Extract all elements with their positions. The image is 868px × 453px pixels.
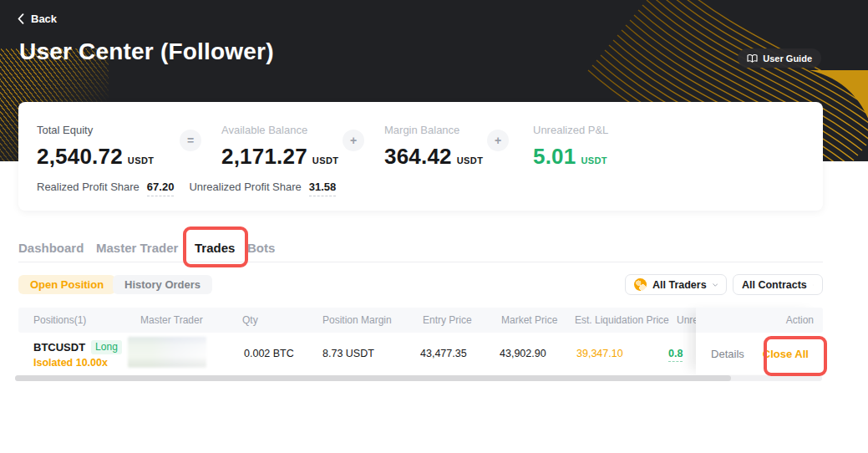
subtab-open-position[interactable]: Open Position	[18, 275, 115, 294]
header-master-trader: Master Trader	[140, 308, 203, 333]
back-chevron-icon	[18, 13, 24, 24]
tab-bots[interactable]: Bots	[247, 240, 275, 257]
back-label: Back	[31, 13, 57, 25]
back-button[interactable]: Back	[18, 13, 57, 25]
share-label: Unrealized Profit Share	[189, 181, 301, 193]
page: Back User Center (Follower) User Guide T…	[0, 0, 868, 453]
stat-label: Total Equity	[37, 124, 154, 136]
chevron-down-icon	[713, 282, 718, 288]
unrealized-profit-share: Unrealized Profit Share 31.58	[189, 181, 336, 196]
equity-summary-card: Total Equity 2,540.72USDT = Available Ba…	[18, 102, 823, 211]
action-header: Action	[696, 308, 823, 333]
book-icon	[747, 53, 758, 64]
stat-value: 2,171.27	[221, 144, 307, 169]
share-value: 67.20	[147, 181, 175, 196]
chevron-down-icon	[813, 282, 814, 288]
dropdown-label: All Contracts	[742, 279, 807, 291]
dropdown-label: All Traders	[652, 279, 707, 291]
stat-label: Available Balance	[221, 124, 338, 136]
tab-master-trader[interactable]: Master Trader	[96, 240, 178, 257]
close-all-button[interactable]: Close All	[763, 348, 809, 360]
stat-unrealized-pnl: Unrealized P&L 5.01USDT	[533, 124, 608, 170]
all-traders-dropdown[interactable]: All Traders	[625, 274, 727, 295]
position-margin-value: 8.73 USDT	[322, 348, 374, 359]
tab-dashboard[interactable]: Dashboard	[18, 240, 84, 257]
realized-profit-share: Realized Profit Share 67.20	[37, 181, 174, 196]
stat-total-equity: Total Equity 2,540.72USDT	[37, 124, 154, 170]
traders-avatar-icon	[634, 278, 647, 291]
side-badge: Long	[91, 340, 122, 354]
user-guide-button[interactable]: User Guide	[738, 48, 821, 68]
profit-share-row: Realized Profit Share 67.20 Unrealized P…	[37, 181, 336, 196]
qty-value: 0.002 BTC	[244, 348, 294, 359]
details-button[interactable]: Details	[711, 348, 744, 360]
stat-value: 364.42	[384, 144, 452, 169]
stat-margin-balance: Margin Balance 364.42USDT	[384, 124, 483, 170]
stat-value: 2,540.72	[37, 144, 123, 169]
margin-mode-label: Isolated 10.00x	[33, 357, 122, 369]
stat-unit: USDT	[581, 155, 607, 165]
tab-trades[interactable]: Trades	[195, 240, 235, 257]
page-title: User Center (Follower)	[19, 38, 274, 65]
stat-unit: USDT	[128, 155, 155, 165]
stat-label: Unrealized P&L	[533, 124, 608, 136]
user-guide-label: User Guide	[763, 53, 812, 64]
header-positions: Positions(1)	[33, 308, 86, 333]
market-price-value: 43,902.90	[500, 348, 546, 359]
stat-unit: USDT	[457, 155, 484, 165]
header-liquidation-price: Est. Liquidation Price	[575, 308, 669, 333]
unrealized-pnl-value: 0.8	[668, 348, 683, 362]
plus-icon: +	[343, 130, 364, 151]
tabs-divider	[18, 262, 823, 262]
header-position-margin: Position Margin	[322, 308, 392, 333]
master-trader-blurred	[128, 337, 206, 368]
all-contracts-dropdown[interactable]: All Contracts	[733, 274, 823, 295]
action-column: Action Details Close All	[696, 308, 823, 374]
header-entry-price: Entry Price	[423, 308, 472, 333]
stat-unit: USDT	[312, 155, 339, 165]
plus-icon: +	[487, 130, 509, 151]
entry-price-value: 43,477.35	[420, 348, 467, 359]
header-qty: Qty	[242, 308, 258, 333]
stat-available-balance: Available Balance 2,171.27USDT	[221, 124, 338, 170]
position-symbol-cell: BTCUSDT Long Isolated 10.00x	[33, 340, 122, 369]
equals-icon: =	[180, 130, 201, 151]
subtab-history-orders[interactable]: History Orders	[113, 275, 212, 294]
stat-label: Margin Balance	[384, 124, 483, 136]
stat-value: 5.01	[533, 144, 576, 169]
symbol-label: BTCUSDT	[33, 341, 85, 354]
header-market-price: Market Price	[501, 308, 557, 333]
liquidation-price-value: 39,347.10	[576, 348, 623, 359]
horizontal-scrollbar[interactable]	[15, 375, 822, 381]
scrollbar-thumb[interactable]	[15, 375, 731, 381]
share-label: Realized Profit Share	[37, 181, 140, 193]
share-value: 31.58	[309, 181, 337, 196]
